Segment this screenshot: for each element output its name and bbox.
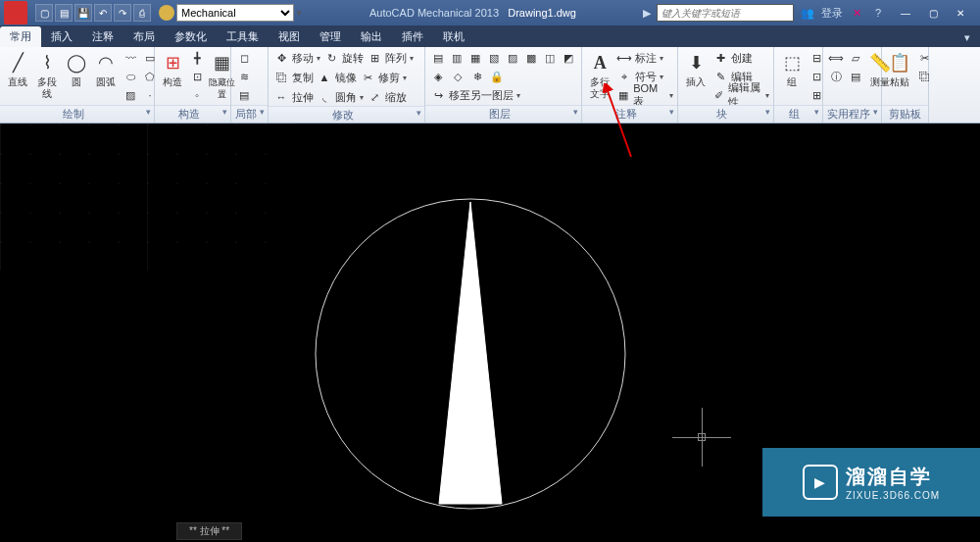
expand-icon[interactable]: ▾ [260,107,265,117]
copy-icon[interactable]: ⿻ [272,69,290,86]
symbol-icon[interactable]: ⌖ [615,68,633,85]
expand-icon[interactable]: ▾ [416,108,421,118]
panel-title: 组▾ [774,105,822,123]
rotate-icon[interactable]: ↻ [322,49,340,67]
tab-view[interactable]: 视图 [269,26,310,47]
tab-insert[interactable]: 插入 [41,26,82,47]
move-icon[interactable]: ✥ [272,49,290,67]
arc-button[interactable]: ◠圆弧 [92,49,120,88]
centerline-icon[interactable]: ╋ [188,49,206,67]
group-button[interactable]: ⬚组 [778,49,806,88]
detail-icon[interactable]: ◻ [235,49,253,67]
app-name: AutoCAD Mechanical 2013 [369,7,499,19]
search-input[interactable] [657,4,794,22]
layer-iso-icon[interactable]: ◈ [429,68,447,85]
qat-new-icon[interactable]: ▢ [35,4,53,22]
workspace-selector[interactable]: Mechanical ▼ [159,4,303,22]
layer-d-icon[interactable]: ▨ [505,49,521,67]
line-button[interactable]: ╱直线 [4,49,31,88]
tab-home[interactable]: 常用 [0,26,41,47]
stretch-icon[interactable]: ↔ [272,88,290,106]
expand-icon[interactable]: ▾ [222,107,227,117]
trim-icon[interactable]: ✂ [359,69,376,86]
editattr-icon[interactable]: ✐ [711,86,726,104]
expand-icon[interactable]: ▾ [873,107,878,117]
dim-icon[interactable]: ⟷ [615,49,633,67]
qat-plot-icon[interactable]: ⎙ [133,4,151,22]
workspace-dropdown[interactable]: Mechanical [176,4,294,22]
mirror-icon[interactable]: ▲ [316,69,333,86]
chevron-down-icon[interactable]: ▼ [295,9,303,18]
tab-layout[interactable]: 布局 [123,26,165,47]
layer-e-icon[interactable]: ▩ [523,49,540,67]
insert-button[interactable]: ⬇插入 [682,49,710,88]
mtext-button[interactable]: A多行文字 [586,49,613,100]
app-menu-icon[interactable] [4,1,27,25]
close-button[interactable]: ✕ [947,4,974,22]
hatch-icon[interactable]: ▨ [122,86,139,104]
tab-online[interactable]: 联机 [433,26,474,47]
layer-f-icon[interactable]: ◫ [542,49,559,67]
qat-redo-icon[interactable]: ↷ [114,4,131,22]
expand-icon[interactable]: ▾ [814,107,819,117]
array-icon[interactable]: ⊞ [366,49,383,67]
panel-title: 块▾ [678,105,773,123]
copy-clip-icon[interactable]: ⿻ [915,68,933,85]
tab-annotate[interactable]: 注释 [82,26,123,47]
fillet-icon[interactable]: ◟ [316,88,333,106]
trace-icon[interactable]: ⊡ [188,68,206,85]
circle-button[interactable]: ◯圆 [63,49,90,88]
login-link[interactable]: 登录 [821,6,843,21]
info-center-arrow-icon[interactable]: ▶ [643,7,651,20]
edit-icon[interactable]: ✎ [711,68,729,85]
layer-lock-icon[interactable]: 🔒 [488,68,506,85]
expand-icon[interactable]: ▾ [669,107,674,117]
qat-undo-icon[interactable]: ↶ [94,4,112,22]
tab-toolset[interactable]: 工具集 [217,26,269,47]
tab-output[interactable]: 输出 [351,26,392,47]
tab-plugins[interactable]: 插件 [392,26,433,47]
qat-open-icon[interactable]: ▤ [55,4,73,22]
layer-props-icon[interactable]: ▤ [429,49,446,67]
layer-a-icon[interactable]: ▥ [448,49,465,67]
user-icon[interactable]: 👥 [800,5,815,21]
maximize-button[interactable]: ▢ [919,4,947,22]
layer-c-icon[interactable]: ▧ [485,49,502,67]
layer-frz-icon[interactable]: ❄ [468,68,486,85]
calc-icon[interactable]: ▤ [847,68,864,85]
expand-icon[interactable]: ▾ [573,107,578,117]
qat-save-icon[interactable]: 💾 [74,4,92,22]
tab-label: 常用 [10,30,31,42]
paste-button[interactable]: 📋粘贴 [886,49,913,88]
ellipse-icon[interactable]: ⬭ [122,68,139,85]
layer-g-icon[interactable]: ◩ [561,49,577,67]
layer-off-icon[interactable]: ◇ [449,68,466,85]
tab-manage[interactable]: 管理 [310,26,351,47]
section-icon[interactable]: ▤ [235,86,253,104]
help-icon[interactable]: ? [870,5,886,21]
layer-move-icon[interactable]: ↪ [429,86,447,104]
break-icon[interactable]: ≋ [235,68,253,85]
bom-icon[interactable]: ▦ [615,86,631,104]
watermark-brand: 溜溜自学 [846,464,940,490]
minimize-button[interactable]: — [892,4,919,22]
area-icon[interactable]: ▱ [847,49,864,67]
scale-icon[interactable]: ⤢ [366,88,383,106]
panel-draw: ╱直线 ⌇多段线 ◯圆 ◠圆弧 〰▭ ⬭⬠ ▨∙ 绘制▾ [0,47,155,123]
create-icon[interactable]: ✚ [711,49,729,67]
tab-parametric[interactable]: 参数化 [165,26,217,47]
misc-icon[interactable]: ◦ [188,86,206,104]
id-icon[interactable]: ⓘ [827,68,845,85]
spline-icon[interactable]: 〰 [122,49,139,67]
exchange-icon[interactable]: ✕ [849,5,864,21]
expand-icon[interactable]: ▾ [146,107,151,117]
construct-button[interactable]: ⊞构造 [159,49,186,88]
dist-icon[interactable]: ⟺ [827,49,845,67]
gear-icon [159,5,174,21]
cut-icon[interactable]: ✂ [915,49,933,67]
drawing-canvas[interactable]: ** 拉伸 ** ▶ 溜溜自学 ZIXUE.3D66.COM [0,123,980,542]
layer-b-icon[interactable]: ▦ [466,49,483,67]
expand-icon[interactable]: ▾ [765,107,770,117]
tab-collapse-icon[interactable]: ▾ [955,28,980,47]
polyline-button[interactable]: ⌇多段线 [33,49,61,100]
